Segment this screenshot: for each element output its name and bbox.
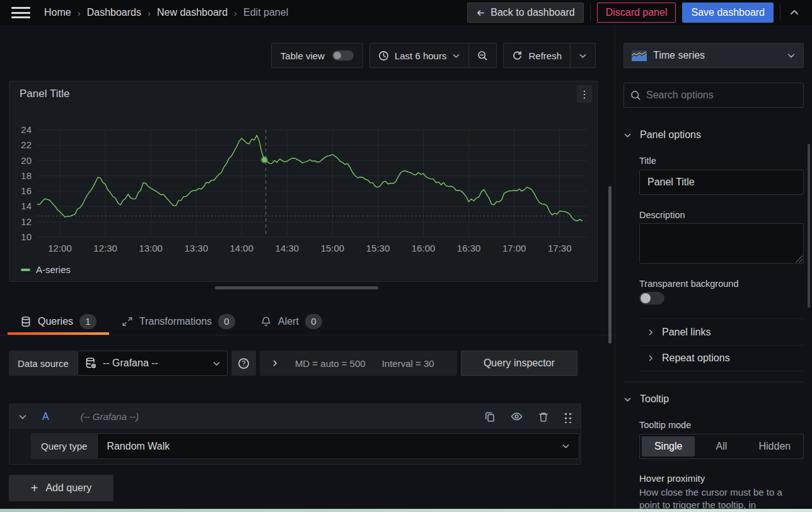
menu-icon[interactable]: [11, 7, 30, 18]
legend-color-swatch: [21, 269, 30, 271]
edit-panel-main: Table view Last 6 hours: [0, 25, 615, 512]
query-type-value: Random Walk: [107, 441, 562, 452]
duplicate-query-button[interactable]: [483, 410, 497, 424]
svg-text:17:30: 17:30: [548, 243, 572, 253]
panel-options-section-header[interactable]: Panel options: [624, 127, 804, 143]
svg-text:?: ?: [242, 360, 246, 367]
chevron-right-icon: ›: [234, 8, 237, 18]
editor-tabs: Queries 1 Transformations 0 Alert 0: [0, 308, 615, 335]
hover-proximity-description: How close the cursor must be to a point …: [639, 486, 804, 511]
refresh-button[interactable]: Refresh: [504, 44, 570, 67]
tab-alert[interactable]: Alert 0: [248, 308, 335, 335]
breadcrumb-home[interactable]: Home: [44, 7, 71, 18]
query-inspector-button[interactable]: Query inspector: [461, 351, 577, 376]
max-datapoints-stat: MD = auto = 500: [295, 358, 366, 369]
query-stats[interactable]: MD = auto = 500 Interval = 30: [260, 351, 457, 376]
divider: [780, 4, 780, 21]
query-datasource-hint: (-- Grafana --): [81, 411, 139, 422]
panel-title: Panel Title: [20, 88, 69, 100]
datasource-label: Data source: [9, 351, 78, 376]
svg-text:16:30: 16:30: [457, 243, 481, 253]
refresh-label: Refresh: [528, 50, 562, 61]
datasource-picker[interactable]: -- Grafana --: [78, 351, 228, 376]
drag-handle-icon[interactable]: [563, 410, 572, 423]
tab-transformations-count: 0: [218, 314, 235, 329]
svg-text:15:30: 15:30: [366, 243, 390, 253]
svg-text:18: 18: [21, 170, 32, 181]
delete-query-button[interactable]: [536, 410, 550, 424]
legend-item-a-series[interactable]: A-series: [21, 264, 71, 275]
chevron-down-icon: [212, 359, 221, 368]
svg-text:20: 20: [21, 155, 32, 166]
resize-handle-icon[interactable]: [795, 255, 803, 262]
search-options-box[interactable]: [624, 83, 804, 108]
discard-panel-button[interactable]: Discard panel: [597, 3, 676, 23]
main-vertical-scrollbar[interactable]: [608, 186, 612, 344]
time-range-picker[interactable]: Last 6 hours: [370, 44, 469, 67]
bell-icon: [260, 316, 272, 327]
time-series-chart[interactable]: 101214161820222412:0012:3013:0013:3014:0…: [17, 118, 591, 260]
query-row-header[interactable]: A (-- Grafana --): [9, 404, 581, 429]
query-ref-id: A: [42, 411, 49, 422]
tooltip-mode-hidden[interactable]: Hidden: [748, 436, 801, 457]
chevron-down-icon: [624, 395, 632, 404]
chevron-right-icon: ›: [148, 8, 151, 18]
transparent-background-toggle[interactable]: [639, 292, 664, 305]
panel-menu-button[interactable]: ⋮: [577, 85, 592, 103]
tooltip-mode-all[interactable]: All: [695, 436, 748, 457]
search-options-input[interactable]: [646, 90, 797, 101]
add-query-button[interactable]: + Add query: [9, 475, 113, 501]
datasource-help-button[interactable]: ?: [231, 351, 256, 376]
chevron-up-icon: [789, 8, 799, 18]
database-icon: [20, 316, 32, 327]
table-view-label: Table view: [281, 50, 325, 61]
tooltip-mode-single[interactable]: Single: [642, 436, 695, 457]
zoom-out-time-button[interactable]: [468, 44, 496, 67]
tab-transformations-label: Transformations: [139, 316, 212, 327]
copy-icon: [484, 411, 496, 422]
tab-queries-label: Queries: [38, 316, 73, 327]
tooltip-section-title: Tooltip: [640, 393, 669, 405]
eye-icon: [511, 410, 523, 422]
svg-text:12: 12: [21, 216, 32, 227]
visualization-picker[interactable]: Time series: [624, 43, 804, 68]
panel-header[interactable]: Panel Title ⋮: [9, 81, 597, 107]
breadcrumb: Home › Dashboards › New dashboard › Edit…: [44, 7, 288, 18]
breadcrumb-new-dashboard[interactable]: New dashboard: [157, 7, 228, 18]
repeat-options-section[interactable]: Repeat options: [639, 345, 804, 371]
chevron-down-icon: [579, 52, 587, 60]
table-view-toggle[interactable]: Table view: [271, 43, 363, 68]
panel-links-section[interactable]: Panel links: [639, 318, 804, 345]
svg-text:15:00: 15:00: [321, 243, 345, 253]
svg-text:10: 10: [21, 231, 32, 242]
plus-icon: +: [31, 482, 38, 494]
save-dashboard-button[interactable]: Save dashboard: [682, 3, 774, 23]
query-type-select[interactable]: Random Walk: [97, 433, 579, 459]
datasource-value: -- Grafana --: [103, 358, 207, 369]
back-to-dashboard-button[interactable]: Back to dashboard: [467, 3, 583, 23]
collapse-topbar-button[interactable]: [787, 5, 802, 20]
sidebar-vertical-scrollbar[interactable]: [808, 144, 810, 308]
svg-text:24: 24: [21, 124, 32, 135]
database-gear-icon: [84, 357, 97, 369]
chevron-down-icon: [624, 131, 632, 139]
tab-queries-count: 1: [79, 314, 96, 329]
panel-title-input[interactable]: [639, 170, 804, 195]
breadcrumb-dashboards[interactable]: Dashboards: [87, 7, 141, 18]
tab-alert-label: Alert: [278, 316, 299, 327]
tab-transformations[interactable]: Transformations 0: [109, 308, 248, 335]
tooltip-section-header[interactable]: Tooltip: [624, 391, 804, 407]
query-type-label: Query type: [31, 433, 97, 459]
tab-queries[interactable]: Queries 1: [8, 308, 109, 335]
chevron-down-icon: [787, 51, 796, 60]
hide-query-button[interactable]: [509, 409, 524, 424]
svg-text:14:00: 14:00: [230, 243, 254, 253]
back-to-dashboard-label: Back to dashboard: [490, 7, 574, 18]
title-field-label: Title: [639, 156, 804, 166]
table-view-switch[interactable]: [332, 50, 354, 61]
horizontal-scrollbar[interactable]: [215, 286, 378, 289]
help-circle-icon: ?: [238, 358, 250, 369]
chevron-down-icon[interactable]: [18, 412, 27, 421]
description-textarea[interactable]: [639, 223, 804, 264]
refresh-interval-dropdown[interactable]: [570, 44, 595, 67]
